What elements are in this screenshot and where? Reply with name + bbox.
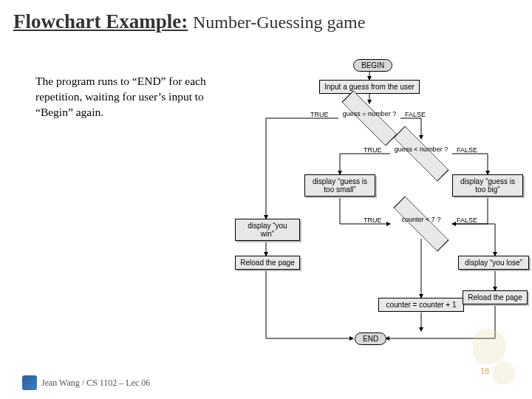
title-sub: Number-Guessing game [193, 13, 365, 32]
label-true-3: TRUE [364, 216, 382, 224]
label-false-3: FALSE [457, 216, 477, 224]
node-dec-less: guess < number ? [390, 139, 452, 168]
label-false-1: FALSE [405, 111, 426, 118]
decorative-illustration [473, 327, 525, 393]
node-reload-2: Reload the page [463, 290, 528, 304]
node-begin: BEGIN [353, 59, 392, 72]
label-true-1: TRUE [310, 111, 329, 118]
label-true-2: TRUE [364, 146, 382, 154]
dec-less-label: guess < number ? [390, 146, 452, 154]
dec-equal-label: guess = number ? [338, 111, 400, 118]
description-text: The program runs to “END” for each repet… [35, 74, 228, 120]
node-dec-equal: guess = number ? [338, 103, 400, 133]
footer-text: Jean Wang / CS 1102 – Lec 06 [41, 378, 150, 389]
label-false-2: FALSE [457, 146, 477, 154]
node-lose: display “you lose” [458, 256, 529, 270]
node-too-big: display “guess is too big” [452, 174, 523, 197]
slide-title: Flowchart Example: Number-Guessing game [0, 0, 532, 39]
node-dec-counter: counter < 7 ? [390, 209, 452, 239]
logo-icon [22, 375, 37, 390]
node-counter: counter = counter + 1 [378, 298, 464, 312]
node-win: display “you win” [235, 219, 300, 241]
node-too-small: display “guess is too small” [304, 174, 375, 197]
node-input: Input a guess from the user [319, 80, 420, 94]
node-end: END [355, 332, 386, 345]
dec-counter-label: counter < 7 ? [390, 216, 452, 224]
node-reload-1: Reload the page [235, 256, 300, 270]
title-main: Flowchart Example: [13, 10, 188, 33]
flowchart-diagram: BEGIN Input a guess from the user guess … [229, 58, 525, 361]
